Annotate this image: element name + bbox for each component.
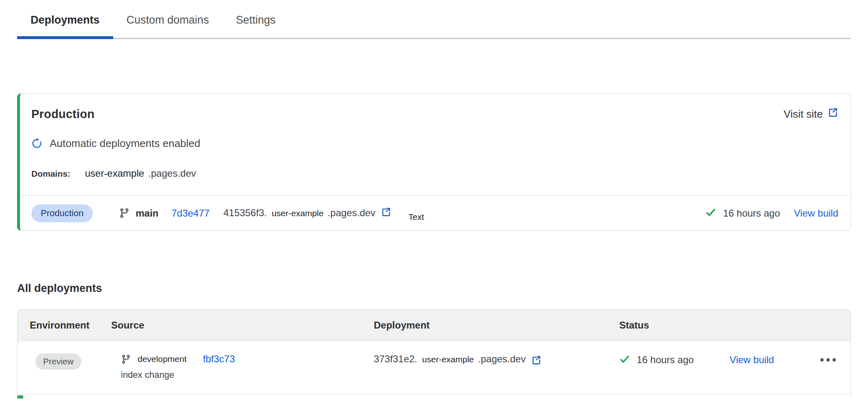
git-branch-icon [119,208,130,219]
external-link-icon[interactable] [381,207,391,219]
tab-deployments[interactable]: Deployments [17,0,113,38]
ellipsis-icon [820,358,824,362]
page-tabs: Deployments Custom domains Settings [17,0,851,39]
ellipsis-icon [826,358,830,362]
deployment-domain: user-example [272,208,323,218]
source-cell: development fbf3c73 index change [111,353,374,380]
deployment-status: 16 hours ago View build [705,207,838,220]
production-card-header: Production Visit site [31,94,838,121]
ellipsis-icon [833,358,836,362]
domain-name: user-example [85,168,144,179]
refresh-icon [31,138,42,149]
success-check-icon [705,207,717,220]
production-card: Production Visit site Automatic deployme… [17,93,851,231]
column-source: Source [111,320,374,331]
tab-settings[interactable]: Settings [222,0,289,38]
visit-site-label: Visit site [784,108,823,121]
more-actions-button[interactable] [820,353,837,366]
deployment-suffix: .pages.dev [328,207,375,219]
commit-link[interactable]: fbf3c73 [203,353,235,365]
domains-label: Domains: [31,169,70,179]
table-header: Environment Source Deployment Status [18,310,850,341]
status-cell: 16 hours ago View build [619,353,850,380]
auto-deployments-text: Automatic deployments enabled [50,137,200,150]
view-build-link[interactable]: View build [730,354,774,366]
branch-name: main [136,208,158,219]
production-accent-bar [18,395,23,399]
git-branch-icon [121,354,131,364]
external-link-icon[interactable] [531,355,541,367]
deployment-time: 16 hours ago [637,354,694,366]
environment-badge: Production [31,204,93,222]
commit-link[interactable]: 7d3e477 [171,208,209,219]
deployment-id: 415356f3. [224,207,267,219]
column-status: Status [619,320,850,331]
deployment-cell: 373f31e2. user-example .pages.dev [374,353,619,369]
table-row: Preview development fbf3c73 index change… [18,341,850,394]
column-deployment: Deployment [374,320,619,331]
environment-badge: Preview [35,353,81,370]
note-label: Text [408,212,424,222]
auto-deployments-status: Automatic deployments enabled [31,137,838,150]
branch-name: development [138,354,186,364]
deployment-id: 373f31e2. [374,353,417,365]
external-link-icon [828,107,838,121]
environment-cell: Preview [18,353,111,380]
deployment-domain: user-example [422,355,474,364]
domains-line: Domains: user-example .pages.dev [31,168,838,179]
commit-message: index change [121,370,374,380]
deployment-url: 415356f3. user-example .pages.dev [224,207,391,219]
success-check-icon [619,354,630,366]
production-deployment-row: Production main 7d3e477 415356f3. user-e… [20,195,850,230]
deployment-time: 16 hours ago [723,208,780,219]
next-row-partial [18,394,850,398]
column-environment: Environment [18,320,111,331]
all-deployments-title: All deployments [17,282,851,295]
tab-custom-domains[interactable]: Custom domains [113,0,223,38]
domain-suffix: .pages.dev [148,168,196,179]
deployments-table: Environment Source Deployment Status Pre… [17,309,851,398]
deployment-suffix: .pages.dev [478,353,526,365]
view-build-link[interactable]: View build [794,208,838,219]
production-card-title: Production [31,107,94,121]
visit-site-button[interactable]: Visit site [784,107,838,121]
